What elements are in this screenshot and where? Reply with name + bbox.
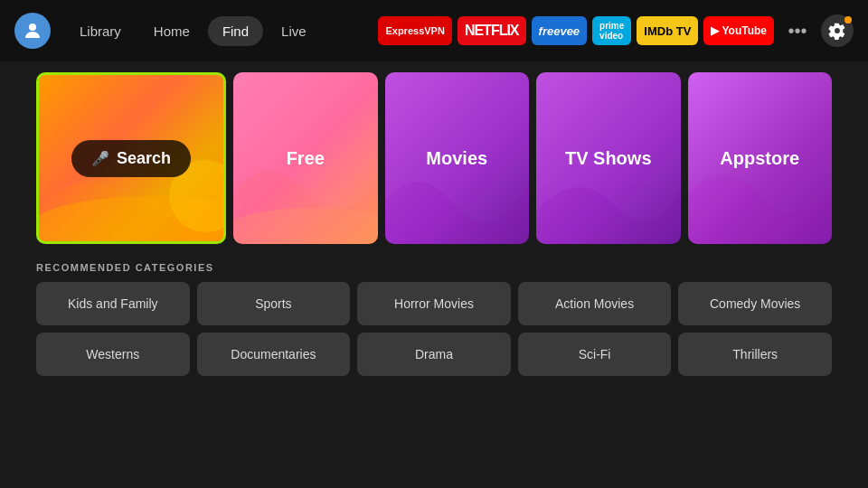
appstore-tile[interactable]: Appstore [688,72,833,244]
category-grid-row2: Westerns Documentaries Drama Sci-Fi Thri… [36,333,832,376]
settings-notification-dot [844,16,852,23]
nav-live[interactable]: Live [267,16,321,46]
main-content: 🎤 Search Free Movies TV Shows [0,61,868,387]
svg-point-0 [29,23,36,31]
search-tile[interactable]: 🎤 Search [36,72,226,244]
movies-tile[interactable]: Movies [385,72,530,244]
category-sports[interactable]: Sports [197,282,351,325]
top-nav: Library Home Find Live ExpressVPN NETFLI… [0,0,868,61]
expressvpn-icon[interactable]: ExpressVPN [378,16,451,45]
imdb-icon[interactable]: IMDb TV [637,16,698,45]
search-label: Search [117,149,171,168]
category-westerns[interactable]: Westerns [36,333,190,376]
avatar[interactable] [14,13,51,49]
free-tile[interactable]: Free [233,72,378,244]
tvshows-label: TV Shows [565,148,652,169]
more-button[interactable]: ••• [781,14,814,47]
search-button[interactable]: 🎤 Search [71,140,191,177]
free-label: Free [287,148,325,169]
youtube-icon[interactable]: ▶ YouTube [703,16,774,45]
prime-video-icon[interactable]: primevideo [592,16,631,45]
freevee-icon[interactable]: freevee [532,16,588,45]
appstore-label: Appstore [720,148,799,169]
hero-tiles: 🎤 Search Free Movies TV Shows [36,72,832,244]
app-icons: ExpressVPN NETFLIX freevee primevideo IM… [378,16,774,45]
netflix-icon[interactable]: NETFLIX [458,16,526,45]
category-horror[interactable]: Horror Movies [357,282,511,325]
category-kids-family[interactable]: Kids and Family [36,282,190,325]
movies-label: Movies [426,148,487,169]
category-drama[interactable]: Drama [357,333,511,376]
category-documentaries[interactable]: Documentaries [197,333,351,376]
category-action[interactable]: Action Movies [518,282,672,325]
nav-links: Library Home Find Live [65,16,321,46]
category-scifi[interactable]: Sci-Fi [518,333,672,376]
nav-find[interactable]: Find [208,16,263,46]
tvshows-tile[interactable]: TV Shows [536,72,681,244]
recommended-section: RECOMMENDED CATEGORIES Kids and Family S… [36,262,832,376]
section-label: RECOMMENDED CATEGORIES [36,262,832,273]
nav-library[interactable]: Library [65,16,136,46]
settings-button[interactable] [821,14,854,47]
category-thrillers[interactable]: Thrillers [678,333,832,376]
nav-home[interactable]: Home [139,16,204,46]
mic-icon: 🎤 [91,150,109,167]
category-grid-row1: Kids and Family Sports Horror Movies Act… [36,282,832,325]
category-comedy[interactable]: Comedy Movies [678,282,832,325]
